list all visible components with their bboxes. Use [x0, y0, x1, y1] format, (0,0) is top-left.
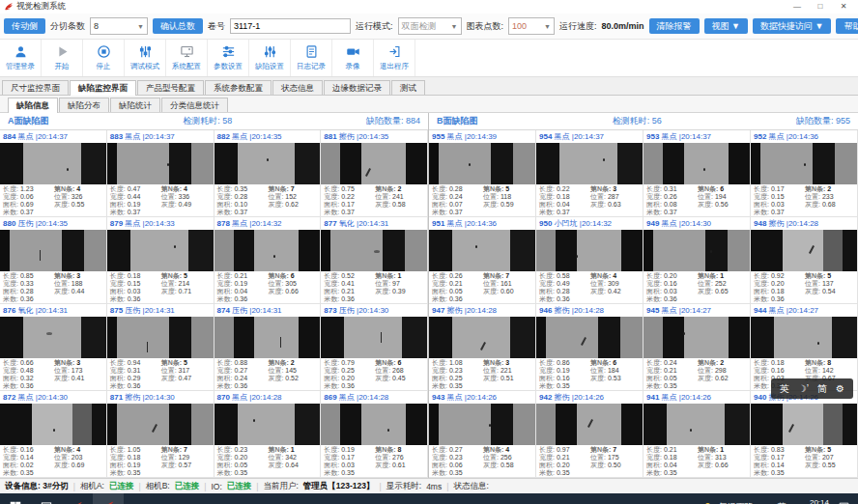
- defect-thumbnail[interactable]: [107, 404, 214, 445]
- defect-cell[interactable]: 870 黑点 |20:14:28长度: 0.23宽度: 0.20面积: 0.05…: [214, 391, 322, 478]
- defect-cell[interactable]: 949 黑点 |20:14:30长度: 0.20宽度: 0.16面积: 0.03…: [644, 217, 751, 304]
- defect-thumbnail[interactable]: [751, 404, 857, 445]
- sub-tab-1[interactable]: 缺陷分布: [59, 98, 109, 112]
- main-tab-0[interactable]: 尺寸监控界面: [2, 80, 69, 95]
- defect-thumbnail[interactable]: [644, 143, 750, 184]
- taskbar-app-1[interactable]: [62, 493, 93, 504]
- action-user-button[interactable]: 管理登录: [0, 40, 42, 76]
- defect-cell[interactable]: 951 黑点 |20:14:36长度: 0.26宽度: 0.21面积: 0.05…: [429, 217, 536, 304]
- defect-cell[interactable]: 879 黑点 |20:14:33长度: 0.18宽度: 0.15面积: 0.03…: [107, 217, 214, 304]
- defect-thumbnail[interactable]: [644, 404, 750, 445]
- defect-cell[interactable]: 945 黑点 |20:14:27长度: 0.24宽度: 0.21面积: 0.05…: [644, 304, 751, 391]
- main-tab-6[interactable]: 测试: [391, 80, 425, 95]
- defect-thumbnail[interactable]: [0, 230, 106, 271]
- roll-number-input[interactable]: [230, 18, 351, 34]
- slit-count-select[interactable]: 8▼: [90, 17, 148, 35]
- main-tab-2[interactable]: 产品型号配置: [137, 80, 204, 95]
- sub-tab-2[interactable]: 缺陷统计: [110, 98, 160, 112]
- defect-cell[interactable]: 880 压伤 |20:14:35长度: 0.85宽度: 0.33面积: 0.28…: [0, 217, 107, 304]
- action-monitor-button[interactable]: 系统配置: [166, 40, 208, 76]
- defect-thumbnail[interactable]: [429, 317, 535, 358]
- defect-cell[interactable]: 875 压伤 |20:14:31长度: 0.94宽度: 0.31面积: 0.29…: [107, 304, 214, 391]
- defect-thumbnail[interactable]: [536, 230, 643, 271]
- drive-side-button[interactable]: 传动侧: [4, 18, 45, 34]
- action-log-button[interactable]: 日志记录: [291, 40, 332, 76]
- input-language-indicator[interactable]: 英: [777, 501, 786, 504]
- taskbar-app-active[interactable]: [93, 493, 124, 504]
- close-button[interactable]: ✕: [833, 0, 854, 14]
- defect-thumbnail[interactable]: [0, 404, 106, 445]
- notification-icon[interactable]: [838, 501, 850, 504]
- main-tab-1[interactable]: 缺陷监控界面: [70, 80, 136, 96]
- defect-cell[interactable]: 872 黑点 |20:14:30长度: 0.16宽度: 0.14面积: 0.02…: [0, 391, 107, 478]
- confirm-total-button[interactable]: 确认总数: [153, 18, 203, 34]
- main-tab-5[interactable]: 边缘数据记录: [324, 80, 390, 95]
- action-sliders-button[interactable]: 参数设置: [208, 40, 249, 76]
- defect-cell[interactable]: 941 黑点 |20:14:26长度: 0.21宽度: 0.18面积: 0.04…: [644, 391, 751, 478]
- defect-cell[interactable]: 948 擦伤 |20:14:28长度: 0.92宽度: 0.20面积: 0.18…: [751, 217, 858, 304]
- data-quick-access-button[interactable]: 数据快捷访问 ▼: [753, 18, 831, 34]
- defect-thumbnail[interactable]: [321, 317, 427, 358]
- defect-thumbnail[interactable]: [644, 317, 750, 358]
- defect-cell[interactable]: 950 小凹坑 |20:14:32长度: 0.58宽度: 0.49面积: 0.2…: [536, 217, 644, 304]
- defect-thumbnail[interactable]: [429, 230, 535, 271]
- run-mode-select[interactable]: 双面检测▼: [398, 17, 462, 35]
- clock[interactable]: 20:14 2025/2/10: [794, 498, 829, 504]
- weather-widget[interactable]: 气温下降: [703, 501, 754, 504]
- chart-points-select[interactable]: 100▼: [508, 17, 555, 35]
- task-view-button[interactable]: [31, 493, 62, 504]
- defect-cell[interactable]: 882 黑点 |20:14:35长度: 0.35宽度: 0.28面积: 0.10…: [214, 130, 322, 217]
- defect-cell[interactable]: 873 压伤 |20:14:30长度: 0.79宽度: 0.25面积: 0.20…: [321, 304, 428, 391]
- view-menu-button[interactable]: 视图 ▼: [704, 18, 748, 34]
- ime-settings-icon[interactable]: ⚙: [836, 383, 844, 394]
- clear-alarm-button[interactable]: 清除报警: [649, 18, 700, 34]
- ime-simplified-toggle[interactable]: 简: [817, 382, 827, 396]
- defect-thumbnail[interactable]: [536, 317, 643, 358]
- defect-cell[interactable]: 954 黑点 |20:14:37长度: 0.22宽度: 0.18面积: 0.04…: [536, 130, 644, 217]
- defect-cell[interactable]: 943 黑点 |20:14:26长度: 0.27宽度: 0.23面积: 0.06…: [429, 391, 536, 478]
- sub-tab-0[interactable]: 缺陷信息: [8, 98, 58, 113]
- defect-cell[interactable]: 874 压伤 |20:14:31长度: 0.88宽度: 0.27面积: 0.24…: [214, 304, 322, 391]
- action-play-button[interactable]: 开始: [42, 40, 83, 76]
- defect-cell[interactable]: 869 黑点 |20:14:28长度: 0.19宽度: 0.17面积: 0.03…: [321, 391, 428, 478]
- action-tune-button[interactable]: 调试模式: [125, 40, 166, 76]
- defect-thumbnail[interactable]: [321, 404, 427, 445]
- defect-thumbnail[interactable]: [214, 404, 321, 445]
- defect-cell[interactable]: 871 擦伤 |20:14:30长度: 1.05宽度: 0.18面积: 0.19…: [107, 391, 214, 478]
- start-button[interactable]: [0, 493, 31, 504]
- ime-switch-overlay[interactable]: 英☽’简⚙: [771, 378, 853, 399]
- defect-thumbnail[interactable]: [107, 317, 214, 358]
- action-levels-button[interactable]: 缺陷设置: [249, 40, 291, 76]
- defect-cell[interactable]: 877 氧化 |20:14:31长度: 0.52宽度: 0.41面积: 0.21…: [321, 217, 428, 304]
- defect-cell[interactable]: 942 擦伤 |20:14:26长度: 0.97宽度: 0.21面积: 0.20…: [536, 391, 644, 478]
- main-tab-3[interactable]: 系统参数配置: [205, 80, 272, 95]
- defect-cell[interactable]: 876 氧化 |20:14:31长度: 0.66宽度: 0.48面积: 0.32…: [0, 304, 107, 391]
- ime-mode-icon[interactable]: ☽’: [798, 383, 809, 394]
- defect-cell[interactable]: 878 黑点 |20:14:32长度: 0.21宽度: 0.19面积: 0.04…: [214, 217, 322, 304]
- defect-thumbnail[interactable]: [214, 143, 321, 184]
- defect-cell[interactable]: 952 黑点 |20:14:36长度: 0.17宽度: 0.15面积: 0.03…: [751, 130, 858, 217]
- defect-thumbnail[interactable]: [0, 143, 106, 184]
- defect-thumbnail[interactable]: [321, 143, 427, 184]
- defect-cell[interactable]: 881 擦伤 |20:14:35长度: 0.75宽度: 0.22面积: 0.17…: [321, 130, 428, 217]
- defect-thumbnail[interactable]: [0, 317, 106, 358]
- defect-thumbnail[interactable]: [536, 404, 643, 445]
- ime-english-toggle[interactable]: 英: [780, 382, 789, 396]
- action-stop-button[interactable]: 停止: [83, 40, 125, 76]
- defect-cell[interactable]: 947 擦伤 |20:14:28长度: 1.08宽度: 0.23面积: 0.25…: [429, 304, 536, 391]
- defect-thumbnail[interactable]: [214, 317, 321, 358]
- defect-thumbnail[interactable]: [107, 143, 214, 184]
- defect-thumbnail[interactable]: [751, 230, 857, 271]
- main-tab-4[interactable]: 状态信息: [272, 80, 323, 95]
- defect-cell[interactable]: 884 黑点 |20:14:37长度: 1.23宽度: 0.06面积: 0.69…: [0, 130, 107, 217]
- sub-tab-3[interactable]: 分类信息统计: [161, 98, 228, 112]
- defect-thumbnail[interactable]: [214, 230, 321, 271]
- defect-thumbnail[interactable]: [644, 230, 750, 271]
- defect-cell[interactable]: 946 擦伤 |20:14:28长度: 0.86宽度: 0.19面积: 0.16…: [536, 304, 644, 391]
- defect-thumbnail[interactable]: [429, 143, 535, 184]
- defect-cell[interactable]: 953 黑点 |20:14:37长度: 0.31宽度: 0.26面积: 0.08…: [644, 130, 751, 217]
- defect-cell[interactable]: 940 擦伤 |20:14:26长度: 0.83宽度: 0.17面积: 0.14…: [751, 391, 858, 478]
- defect-cell[interactable]: 955 黑点 |20:14:39长度: 0.28宽度: 0.24面积: 0.07…: [429, 130, 536, 217]
- defect-thumbnail[interactable]: [107, 230, 214, 271]
- action-camera-button[interactable]: 录像: [332, 40, 374, 76]
